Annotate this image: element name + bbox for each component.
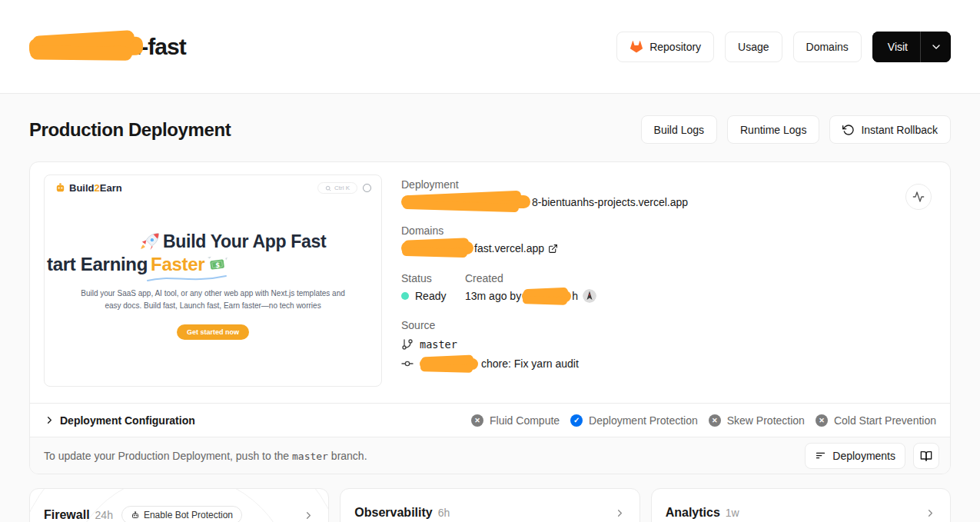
activity-pulse-icon [912, 191, 925, 203]
runtime-logs-button[interactable]: Runtime Logs [727, 115, 819, 144]
created-label: Created [465, 272, 596, 284]
firewall-card[interactable]: Firewall 24h Enable Bot Protection [29, 488, 329, 522]
preview-headline-1: Build Your App Fast [163, 231, 326, 252]
bot-icon [131, 510, 140, 520]
preview-header-right: Ctrl K [317, 182, 371, 194]
firewall-period: 24h [95, 509, 113, 521]
preview-search-box: Ctrl K [317, 182, 357, 194]
page-head: Production Deployment Build Logs Runtime… [29, 115, 951, 144]
insight-cards-row: Firewall 24h Enable Bot Protection Ob [29, 488, 951, 522]
config-status-items: Fluid Compute Deployment Protection Skew… [471, 414, 936, 427]
created-value: 13m ago by h [465, 289, 596, 303]
deployment-protection-status-icon [570, 414, 583, 427]
page-actions: Build Logs Runtime Logs Instant Rollback [641, 115, 951, 144]
visit-split-button: Visit [872, 32, 951, 62]
branch-name: master [420, 338, 457, 351]
deployment-label: Deployment [401, 178, 862, 191]
visit-button[interactable]: Visit [872, 32, 920, 62]
source-branch[interactable]: master [401, 338, 862, 351]
preview-mascot-icon [55, 182, 66, 194]
deployment-url-field: Deployment 8-bientuanhs-projects.vercel.… [401, 178, 862, 208]
push-hint-text: To update your Production Deployment, pu… [44, 450, 367, 462]
build-logs-label: Build Logs [654, 124, 704, 136]
deployment-url[interactable]: 8-bientuanhs-projects.vercel.app [401, 195, 862, 208]
enable-bot-protection-button[interactable]: Enable Bot Protection [121, 506, 242, 522]
usage-button[interactable]: Usage [725, 32, 782, 62]
redaction-scribble-url [401, 195, 530, 208]
header-actions: Repository Usage Domains Visit [616, 32, 951, 62]
chevron-down-icon [930, 41, 942, 53]
observability-card[interactable]: Observability 6h [340, 488, 639, 522]
theme-toggle-icon [363, 184, 371, 192]
usage-label: Usage [738, 41, 769, 53]
observability-period: 6h [438, 507, 450, 519]
activity-button[interactable] [905, 184, 932, 210]
status-created-row: Status Ready Created 13m ago by h [401, 272, 862, 303]
analytics-title: Analytics [666, 506, 720, 520]
domain-link[interactable]: fast.vercel.app [401, 241, 862, 256]
footer-actions: Deployments [805, 443, 939, 469]
cold-start-prevention-status-icon [816, 414, 828, 427]
preview-site-header: Build2Earn Ctrl K [45, 175, 381, 201]
redaction-scribble-domain [401, 241, 473, 254]
search-icon [325, 185, 331, 191]
squiggle-underline [145, 273, 229, 284]
instant-rollback-button[interactable]: Instant Rollback [829, 115, 951, 144]
git-branch-icon [401, 338, 414, 351]
section-title: Production Deployment [29, 119, 231, 141]
config-item-1: Deployment Protection [570, 414, 698, 427]
build-logs-button[interactable]: Build Logs [641, 115, 717, 144]
money-icon: $ [208, 256, 228, 273]
domains-button[interactable]: Domains [793, 32, 862, 62]
rocket-icon [140, 232, 160, 252]
status-field: Status Ready [401, 272, 465, 303]
fluid-compute-status-icon [471, 414, 483, 427]
domains-field: Domains fast.vercel.app [401, 224, 862, 256]
redaction-scribble-author [522, 291, 571, 302]
chevron-right-icon [303, 510, 314, 521]
project-title: n-fast [29, 34, 186, 60]
status-value: Ready [415, 290, 446, 302]
preview-subtext: Build your SaaS app, AI tool, or any oth… [45, 288, 381, 311]
redaction-scribble-commit [420, 358, 478, 370]
preview-headline-accent: Faster [151, 254, 204, 275]
chevron-right-icon [44, 414, 55, 426]
commit-message: chore: Fix yarn audit [481, 357, 579, 370]
domains-label: Domains [401, 224, 862, 237]
redaction-scribble-title [29, 36, 143, 57]
deployment-configuration-toggle[interactable]: Deployment Configuration [44, 414, 195, 427]
observability-title: Observability [354, 506, 432, 520]
author-avatar [583, 289, 596, 303]
rollback-icon [842, 124, 855, 136]
enable-bot-protection-label: Enable Bot Protection [144, 510, 233, 520]
deployments-label: Deployments [832, 450, 895, 462]
visit-dropdown-button[interactable] [920, 32, 951, 62]
svg-text:$: $ [216, 261, 221, 269]
get-started-button[interactable]: Get started now [177, 324, 249, 340]
deployment-details: Deployment 8-bientuanhs-projects.vercel.… [401, 178, 862, 377]
preview-headline-2: tart Earning [47, 254, 148, 275]
gitlab-icon [630, 40, 643, 54]
git-commit-icon [401, 357, 414, 370]
source-field: Source master chore: F [401, 319, 862, 370]
chevron-right-icon [925, 507, 936, 519]
instant-rollback-label: Instant Rollback [861, 124, 938, 136]
deployment-preview[interactable]: Build2Earn Ctrl K [44, 175, 382, 387]
filter-icon [815, 450, 826, 461]
source-commit[interactable]: chore: Fix yarn audit [401, 357, 862, 370]
docs-button[interactable] [913, 443, 939, 469]
preview-brand: Build2Earn [55, 182, 122, 194]
repository-label: Repository [649, 41, 701, 53]
deployment-configuration-row: Deployment Configuration Fluid Compute D… [30, 403, 950, 437]
vercel-project-page: n-fast Repository Usage Domains Visit [0, 0, 980, 522]
book-icon [920, 450, 932, 462]
repository-button[interactable]: Repository [616, 32, 714, 62]
footer-branch-name: master [292, 451, 328, 462]
deployments-button[interactable]: Deployments [805, 443, 905, 469]
main-content: Production Deployment Build Logs Runtime… [0, 94, 980, 522]
external-link-icon [548, 244, 558, 256]
analytics-card[interactable]: Analytics 1w [651, 488, 951, 522]
ready-status-dot [401, 292, 409, 300]
config-item-0: Fluid Compute [471, 414, 560, 427]
deployment-card: Build2Earn Ctrl K [29, 161, 951, 474]
